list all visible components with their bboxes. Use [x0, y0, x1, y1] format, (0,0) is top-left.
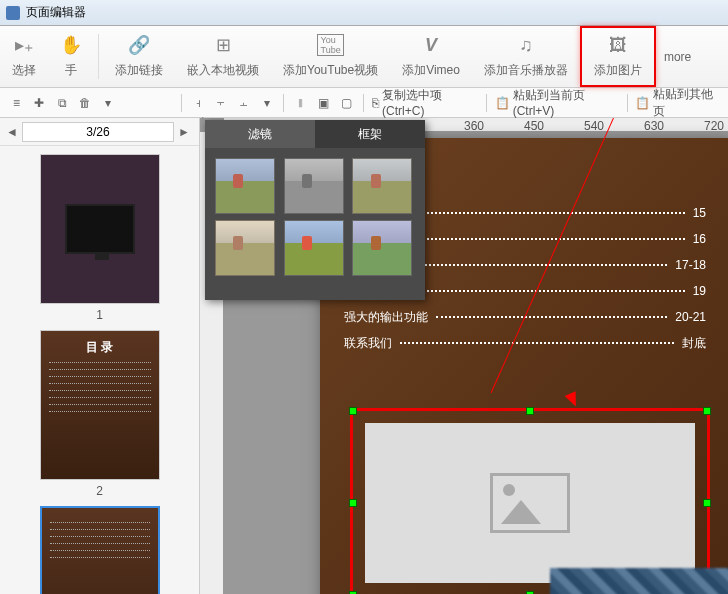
- placeholder-image-icon: [490, 473, 570, 533]
- next-page-icon[interactable]: ►: [178, 123, 190, 141]
- filter-preset-2[interactable]: [284, 158, 344, 214]
- layer-front-icon[interactable]: ▣: [315, 94, 332, 112]
- hand-icon: ✋: [60, 34, 82, 56]
- annotation-arrow-head: [565, 391, 582, 409]
- copy-icon[interactable]: ⧉: [54, 94, 71, 112]
- image-placeholder-selected[interactable]: [350, 408, 710, 594]
- copy-selection-button[interactable]: ⎘复制选中项(Ctrl+C): [372, 87, 478, 118]
- thumb-number: 2: [40, 484, 160, 498]
- paste-other-button[interactable]: 📋粘贴到其他页: [635, 86, 720, 120]
- align-drop-icon[interactable]: ▾: [258, 94, 275, 112]
- main-toolbar: ▸₊ 选择 ✋ 手 🔗 添加链接 ⊞ 嵌入本地视频 YouTube 添加YouT…: [0, 26, 728, 88]
- thumbnail-list: 1 目 录 2 ▲: [0, 146, 199, 594]
- paste-current-button[interactable]: 📋粘贴到当前页(Ctrl+V): [495, 87, 619, 118]
- sub-toolbar: ≡ ✚ ⧉ 🗑 ▾ ⫞ ⫟ ⫠ ▾ ⦀ ▣ ▢ ⎘复制选中项(Ctrl+C) 📋…: [0, 88, 728, 118]
- obscured-region: [550, 568, 728, 594]
- filter-preset-4[interactable]: [215, 220, 275, 276]
- embed-local-video-button[interactable]: ⊞ 嵌入本地视频: [175, 26, 271, 87]
- dropdown-icon[interactable]: ▾: [100, 94, 117, 112]
- align-right-icon[interactable]: ⫠: [236, 94, 253, 112]
- youtube-icon: YouTube: [317, 34, 343, 56]
- resize-handle-e[interactable]: [703, 499, 711, 507]
- canvas[interactable]: 0 90 180 270 360 450 540 630 720 15 16 1…: [200, 118, 728, 594]
- filter-preset-1[interactable]: [215, 158, 275, 214]
- cursor-icon: ▸₊: [15, 34, 34, 56]
- add-music-button[interactable]: ♫ 添加音乐播放器: [472, 26, 580, 87]
- align-left-icon[interactable]: ⫞: [190, 94, 207, 112]
- page-input[interactable]: [22, 122, 174, 142]
- filter-panel: 滤镜 框架: [205, 120, 425, 300]
- paste-icon: 📋: [635, 96, 650, 110]
- toc-row: 联系我们封底: [320, 330, 728, 356]
- music-icon: ♫: [519, 34, 533, 56]
- page-thumb-1[interactable]: [40, 154, 160, 304]
- resize-handle-w[interactable]: [349, 499, 357, 507]
- page-thumb-2[interactable]: 目 录: [40, 330, 160, 480]
- paste-icon: 📋: [495, 96, 510, 110]
- resize-handle-n[interactable]: [526, 407, 534, 415]
- filter-preset-6[interactable]: [352, 220, 412, 276]
- app-icon: [6, 6, 20, 20]
- add-image-button[interactable]: 🖼 添加图片: [580, 26, 656, 87]
- add-youtube-button[interactable]: YouTube 添加YouTube视频: [271, 26, 390, 87]
- hand-tool[interactable]: ✋ 手: [48, 26, 94, 87]
- thumb-number: 1: [40, 308, 160, 322]
- filter-preset-3[interactable]: [352, 158, 412, 214]
- add-vimeo-button[interactable]: V 添加Vimeo: [390, 26, 472, 87]
- tab-filter[interactable]: 滤镜: [205, 120, 315, 148]
- tab-frame[interactable]: 框架: [315, 120, 425, 148]
- delete-icon[interactable]: 🗑: [77, 94, 94, 112]
- resize-handle-nw[interactable]: [349, 407, 357, 415]
- vimeo-icon: V: [425, 34, 437, 56]
- distribute-icon[interactable]: ⦀: [292, 94, 309, 112]
- list-icon[interactable]: ≡: [8, 94, 25, 112]
- page-thumb-3[interactable]: ▲: [40, 506, 160, 594]
- layer-back-icon[interactable]: ▢: [338, 94, 355, 112]
- placeholder-bg: [365, 423, 695, 583]
- prev-page-icon[interactable]: ◄: [6, 123, 18, 141]
- more-button[interactable]: more: [656, 26, 699, 87]
- filter-preset-5[interactable]: [284, 220, 344, 276]
- copy-doc-icon: ⎘: [372, 96, 379, 110]
- add-icon[interactable]: ✚: [31, 94, 48, 112]
- image-icon: 🖼: [609, 34, 627, 56]
- toc-row: 强大的输出功能20-21: [320, 304, 728, 330]
- page-navigation: ◄ ► 打开: [0, 118, 199, 146]
- left-panel: ◄ ► 打开 1 目 录 2: [0, 118, 200, 594]
- select-tool[interactable]: ▸₊ 选择: [0, 26, 48, 87]
- title-bar: 页面编辑器: [0, 0, 728, 26]
- add-link-button[interactable]: 🔗 添加链接: [103, 26, 175, 87]
- window-title: 页面编辑器: [26, 4, 86, 21]
- film-icon: ⊞: [216, 34, 231, 56]
- link-icon: 🔗: [128, 34, 150, 56]
- resize-handle-ne[interactable]: [703, 407, 711, 415]
- align-center-icon[interactable]: ⫟: [213, 94, 230, 112]
